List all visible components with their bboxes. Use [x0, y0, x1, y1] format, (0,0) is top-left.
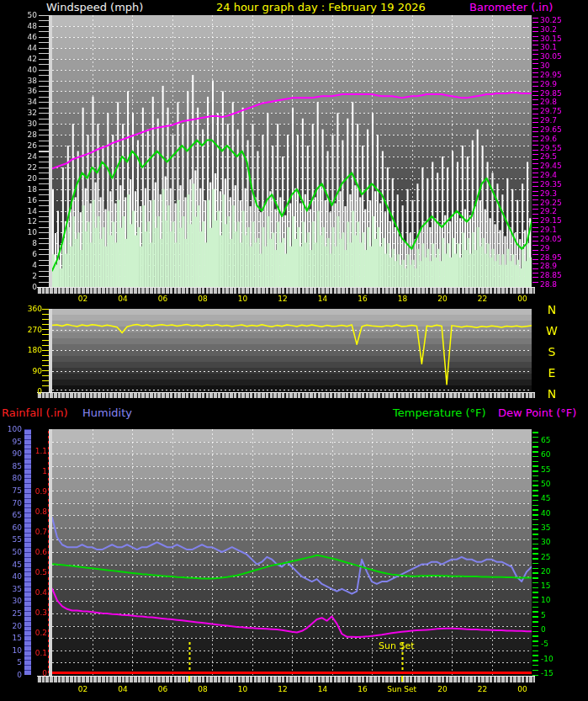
rainfall-title: Rainfall (.in)	[2, 406, 68, 419]
top-hour-label: 10	[233, 295, 253, 303]
windspeed-tick-label: 32	[0, 109, 37, 117]
direction-axis-ticks	[42, 309, 49, 391]
sunset-ruler-tick	[401, 676, 403, 682]
top-hour-ruler	[37, 287, 535, 294]
barometer-axis-ticks	[532, 18, 538, 285]
temperature-tick-label: 65	[541, 436, 569, 444]
dew-point-title: Dew Point (°F)	[498, 406, 576, 419]
humidity-tick-label: 15	[0, 634, 22, 642]
direction-tick-label: 360	[2, 305, 42, 313]
windspeed-tick-label: 50	[0, 11, 37, 19]
top-hour-label: 04	[113, 295, 133, 303]
windspeed-tick-label: 20	[0, 174, 37, 183]
temperature-tick-label: 5	[541, 611, 569, 619]
windspeed-tick-label: 8	[0, 239, 37, 247]
direction-tick-label: 270	[2, 326, 42, 334]
top-hour-label: 02	[73, 295, 93, 303]
temperature-tick-label: 35	[541, 523, 569, 532]
windspeed-title: Windspeed (mph)	[46, 1, 143, 13]
date-title: 24 hour graph day : February 19 2026	[216, 1, 426, 13]
windspeed-tick-label: 16	[0, 196, 37, 204]
barometer-tick-label: 30.2	[540, 25, 584, 34]
bottom-sunset-hour-label: Sun Set	[382, 685, 422, 693]
windspeed-tick-label: 14	[0, 207, 37, 215]
windspeed-tick-label: 28	[0, 130, 37, 139]
barometer-tick-label: 29	[540, 244, 584, 252]
humidity-tick-label: 10	[0, 646, 22, 655]
sunrise-ruler-tick	[188, 676, 190, 682]
barometer-tick-label: 29.2	[540, 207, 584, 215]
direction-letter: W	[543, 325, 561, 337]
humidity-tick-label: 0	[0, 671, 22, 679]
bottom-hour-label: 14	[313, 685, 333, 693]
barometer-tick-label: 29.85	[540, 89, 584, 98]
barometer-tick-label: 29.4	[540, 171, 584, 179]
windspeed-tick-label: 18	[0, 185, 37, 194]
humidity-tick-label: 85	[0, 462, 22, 470]
direction-tick-label: 180	[2, 346, 42, 354]
top-hour-label: 20	[432, 295, 453, 303]
barometer-tick-label: 29.45	[540, 162, 584, 170]
windspeed-tick-label: 48	[0, 22, 37, 30]
barometer-tick-label: 29.1	[540, 226, 584, 234]
direction-letter: E	[543, 367, 561, 380]
windspeed-tick-label: 2	[0, 272, 37, 280]
temperature-tick-label: 50	[541, 480, 569, 488]
windspeed-axis-ticks	[39, 15, 49, 287]
barometer-tick-label: 30.15	[540, 35, 584, 43]
humidity-tick-label: 65	[0, 511, 22, 519]
windspeed-tick-label: 30	[0, 119, 37, 128]
direction-tick-label: 90	[2, 367, 42, 375]
temperature-tick-label: 20	[541, 567, 569, 576]
humidity-tick-label: 70	[0, 499, 22, 507]
direction-letter: N	[543, 304, 561, 316]
windspeed-tick-label: 34	[0, 98, 37, 106]
barometer-tick-label: 29.5	[540, 152, 584, 161]
top-hour-label: 16	[352, 295, 373, 303]
windspeed-tick-label: 38	[0, 77, 37, 85]
temperature-tick-label: -15	[541, 669, 569, 677]
humidity-title: Humidity	[82, 406, 132, 419]
bottom-hour-label: 20	[432, 685, 453, 693]
top-hour-label: 14	[313, 295, 333, 303]
humidity-tick-label: 95	[0, 438, 22, 446]
temperature-tick-label: -10	[541, 655, 569, 663]
bottom-hour-label: 02	[73, 685, 93, 693]
bottom-hour-ruler	[37, 676, 535, 682]
top-hour-label: 18	[393, 295, 413, 303]
temperature-tick-label: 45	[541, 494, 569, 502]
bottom-hour-label: 22	[473, 685, 493, 693]
bottom-hour-label: 16	[352, 685, 373, 693]
bottom-hour-label: 12	[273, 685, 293, 693]
barometer-tick-label: 30	[540, 61, 584, 70]
temperature-tick-label: 60	[541, 450, 569, 459]
temperature-tick-label: 40	[541, 509, 569, 518]
barometer-tick-label: 29.75	[540, 107, 584, 115]
windspeed-tick-label: 6	[0, 250, 37, 258]
humidity-tick-label: 5	[0, 658, 22, 666]
barometer-tick-label: 29.35	[540, 180, 584, 189]
barometer-tick-label: 30.1	[540, 43, 584, 51]
barometer-tick-label: 28.9	[540, 262, 584, 270]
windspeed-tick-label: 26	[0, 141, 37, 150]
windspeed-tick-label: 42	[0, 55, 37, 63]
top-hour-label: 12	[273, 295, 293, 303]
humidity-tick-label: 60	[0, 523, 22, 532]
windspeed-tick-label: 44	[0, 44, 37, 52]
barometer-tick-label: 28.85	[540, 271, 584, 279]
barometer-tick-label: 29.9	[540, 80, 584, 88]
barometer-tick-label: 29.55	[540, 144, 584, 152]
humidity-tick-label: 90	[0, 449, 22, 458]
mid-ruler	[37, 392, 535, 398]
direction-letter: S	[543, 346, 561, 358]
barometer-tick-label: 29.3	[540, 189, 584, 198]
barometer-tick-label: 28.95	[540, 253, 584, 262]
humidity-tick-label: 25	[0, 609, 22, 618]
weather-24h-graph-window: Windspeed (mph) 24 hour graph day : Febr…	[0, 0, 588, 701]
windspeed-tick-label: 24	[0, 152, 37, 161]
barometer-tick-label: 29.25	[540, 199, 584, 207]
windspeed-tick-label: 10	[0, 228, 37, 236]
humidity-tick-label: 35	[0, 585, 22, 593]
barometer-tick-label: 29.8	[540, 98, 584, 106]
bottom-hour-label: 00	[512, 685, 532, 693]
